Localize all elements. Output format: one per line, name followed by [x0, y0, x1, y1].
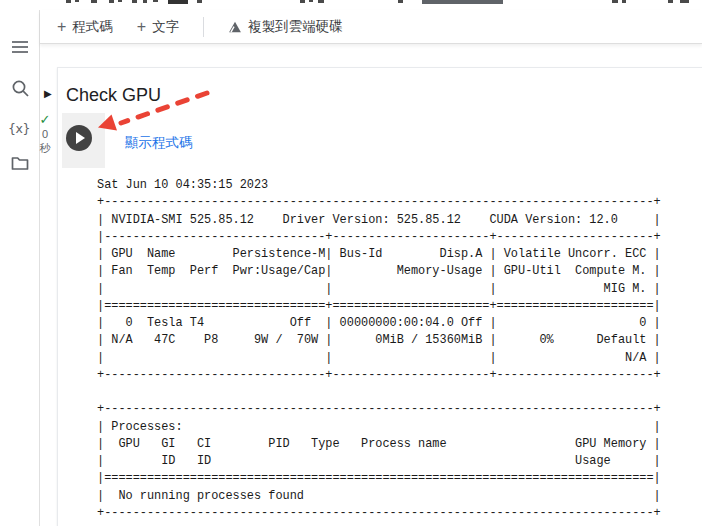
variables-icon[interactable]: {x}	[8, 117, 30, 139]
toolbar-divider	[203, 17, 204, 37]
play-icon	[76, 132, 85, 144]
menubar-fragment	[309, 0, 313, 2]
menubar-fragment	[612, 0, 618, 3]
menubar-fragment	[622, 0, 626, 3]
menubar-fragment	[422, 0, 503, 4]
menubar-fragment	[109, 0, 114, 3]
show-code-link[interactable]: 顯示程式碼	[125, 134, 193, 152]
add-text-button[interactable]: + 文字	[137, 18, 179, 36]
execution-seconds: 0	[42, 127, 48, 141]
menubar-fragment	[318, 0, 324, 3]
execution-unit: 秒	[40, 141, 51, 155]
section-heading: Check GPU	[66, 85, 161, 106]
menubar-fragment	[668, 0, 673, 3]
menubar-fragment	[132, 0, 137, 3]
plus-icon: +	[57, 19, 66, 35]
add-code-button[interactable]: + 程式碼	[57, 18, 113, 36]
section-collapse-icon[interactable]: ▶	[44, 88, 52, 99]
variables-icon-glyph: {x}	[8, 121, 30, 136]
menubar-fragment	[153, 0, 158, 2]
menubar-fragment	[680, 0, 689, 3]
colab-window: {x} + 程式碼 + 文字 複製到雲端硬碟 ▶ Check GPU ✓ 0	[0, 0, 702, 526]
menubar-fragment	[398, 0, 403, 3]
menubar-fragment	[143, 0, 147, 3]
copy-to-drive-button[interactable]: 複製到雲端硬碟	[228, 18, 343, 36]
check-icon: ✓	[40, 112, 51, 127]
add-code-label: 程式碼	[72, 18, 113, 36]
execution-info: ✓ 0 秒	[34, 112, 56, 155]
run-cell-button[interactable]	[66, 125, 92, 151]
folder-icon[interactable]	[9, 152, 31, 174]
menubar-fragment	[66, 0, 71, 3]
search-icon[interactable]	[9, 77, 31, 99]
code-cell-collapsed	[62, 113, 105, 168]
menubar-fragment	[91, 0, 97, 3]
cell-output-text: Sat Jun 10 04:35:15 2023 +--------------…	[97, 177, 661, 522]
menubar-fragment	[75, 0, 79, 2]
menubar-fragment	[197, 0, 202, 3]
left-sidebar: {x}	[0, 10, 40, 526]
menubar-fragment	[118, 0, 122, 2]
notebook-toolbar: + 程式碼 + 文字 複製到雲端硬碟	[40, 10, 702, 44]
copy-to-drive-label: 複製到雲端硬碟	[248, 18, 343, 36]
add-text-label: 文字	[152, 18, 179, 36]
menubar-fragment	[300, 0, 305, 3]
menubar-fragment	[168, 0, 188, 4]
plus-icon: +	[137, 19, 146, 35]
table-of-contents-icon[interactable]	[9, 36, 31, 58]
drive-icon	[228, 21, 242, 33]
